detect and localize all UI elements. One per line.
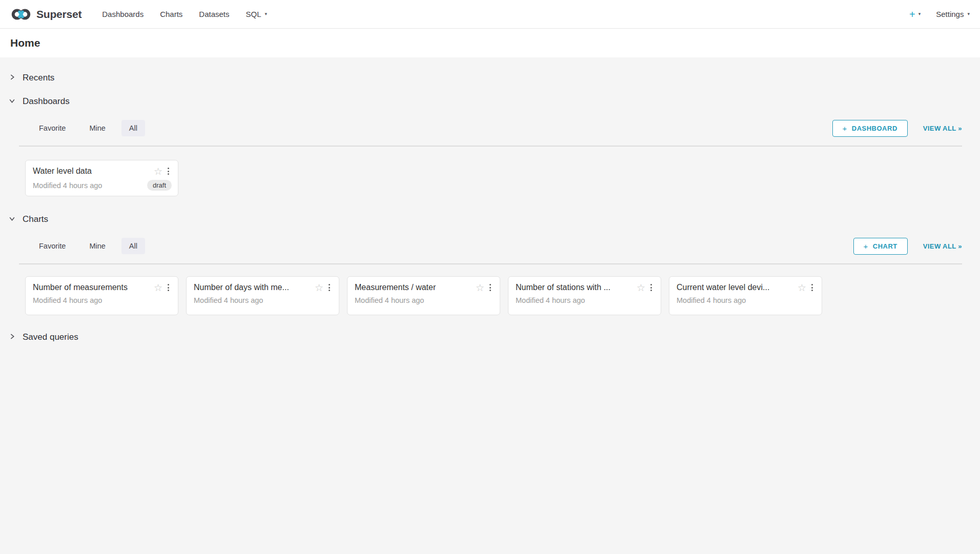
divider bbox=[19, 263, 962, 264]
tab-mine[interactable]: Mine bbox=[81, 238, 113, 254]
dashboard-card: Water level data ☆ Modified 4 hours ago … bbox=[25, 160, 178, 196]
chart-card: Number of measurements ☆ Modified 4 hour… bbox=[25, 276, 178, 315]
modified-timestamp: Modified 4 hours ago bbox=[33, 296, 102, 304]
nav-item-sql[interactable]: SQL ▾ bbox=[238, 0, 276, 28]
favorite-star-icon[interactable]: ☆ bbox=[154, 167, 162, 176]
section-header-dashboards[interactable]: Dashboards bbox=[9, 96, 70, 107]
new-chart-button[interactable]: + CHART bbox=[853, 238, 908, 255]
view-all-charts-link[interactable]: VIEW ALL » bbox=[923, 242, 962, 250]
nav-item-label: Datasets bbox=[199, 10, 229, 18]
tab-all[interactable]: All bbox=[121, 120, 145, 136]
modified-timestamp: Modified 4 hours ago bbox=[194, 296, 263, 304]
plus-icon: + bbox=[909, 9, 915, 19]
section-title: Charts bbox=[23, 214, 48, 224]
new-item-button[interactable]: + ▾ bbox=[904, 9, 926, 19]
caret-down-icon: ▾ bbox=[967, 12, 970, 16]
charts-tabs: Favorite Mine All bbox=[31, 238, 145, 254]
kebab-menu-icon[interactable] bbox=[648, 282, 655, 293]
section-title: Dashboards bbox=[23, 96, 70, 107]
superset-logo[interactable]: Superset bbox=[10, 8, 81, 21]
section-title: Saved queries bbox=[23, 332, 78, 342]
modified-timestamp: Modified 4 hours ago bbox=[33, 181, 102, 190]
caret-down-icon: ▾ bbox=[265, 12, 268, 16]
plus-icon: + bbox=[843, 125, 847, 132]
nav-item-label: SQL bbox=[246, 10, 261, 18]
chart-card: Number of days with me... ☆ Modified 4 h… bbox=[186, 276, 339, 315]
nav-item-label: Charts bbox=[160, 10, 182, 18]
settings-menu[interactable]: Settings ▾ bbox=[933, 10, 973, 18]
main-nav: Dashboards Charts Datasets SQL ▾ bbox=[94, 0, 275, 28]
plus-icon: + bbox=[864, 242, 868, 250]
kebab-menu-icon[interactable] bbox=[165, 282, 172, 293]
favorite-star-icon[interactable]: ☆ bbox=[798, 283, 806, 293]
dashboards-card-row: Water level data ☆ Modified 4 hours ago … bbox=[25, 160, 962, 196]
section-title: Recents bbox=[23, 73, 54, 83]
charts-card-row: Number of measurements ☆ Modified 4 hour… bbox=[25, 276, 962, 315]
chart-card-title[interactable]: Number of measurements bbox=[33, 283, 150, 292]
divider bbox=[19, 146, 962, 147]
caret-down-icon: ▾ bbox=[918, 12, 921, 16]
tab-favorite[interactable]: Favorite bbox=[31, 238, 73, 254]
chart-card-title[interactable]: Number of days with me... bbox=[194, 283, 311, 292]
dashboards-tabs: Favorite Mine All bbox=[31, 120, 145, 136]
favorite-star-icon[interactable]: ☆ bbox=[476, 283, 484, 293]
modified-timestamp: Modified 4 hours ago bbox=[677, 296, 746, 304]
new-dashboard-button[interactable]: + DASHBOARD bbox=[832, 120, 908, 137]
kebab-menu-icon[interactable] bbox=[165, 166, 172, 176]
new-dashboard-label: DASHBOARD bbox=[852, 125, 897, 132]
favorite-star-icon[interactable]: ☆ bbox=[154, 283, 162, 293]
section-header-recents[interactable]: Recents bbox=[9, 57, 54, 83]
page-header: Home bbox=[0, 29, 980, 57]
nav-item-datasets[interactable]: Datasets bbox=[191, 0, 237, 28]
kebab-menu-icon[interactable] bbox=[326, 282, 333, 293]
section-header-saved-queries[interactable]: Saved queries bbox=[9, 332, 78, 342]
chart-card-title[interactable]: Current water level devi... bbox=[677, 283, 793, 292]
section-header-charts[interactable]: Charts bbox=[9, 214, 48, 224]
chevron-right-icon bbox=[9, 73, 15, 83]
tab-all[interactable]: All bbox=[121, 238, 145, 254]
modified-timestamp: Modified 4 hours ago bbox=[516, 296, 585, 304]
nav-item-label: Dashboards bbox=[102, 10, 144, 18]
top-navbar: Superset Dashboards Charts Datasets SQL … bbox=[0, 0, 980, 29]
chevron-down-icon bbox=[9, 215, 15, 224]
infinity-logo-icon bbox=[10, 8, 32, 21]
tab-favorite[interactable]: Favorite bbox=[31, 120, 73, 136]
nav-item-dashboards[interactable]: Dashboards bbox=[94, 0, 152, 28]
page-title: Home bbox=[10, 37, 40, 49]
new-chart-label: CHART bbox=[873, 242, 897, 250]
charts-subheader: Favorite Mine All + CHART VIEW ALL » bbox=[9, 236, 962, 256]
favorite-star-icon[interactable]: ☆ bbox=[637, 283, 645, 293]
chevron-right-icon bbox=[9, 333, 15, 342]
charts-actions: + CHART VIEW ALL » bbox=[853, 238, 963, 255]
dashboards-subheader: Favorite Mine All + DASHBOARD VIEW ALL » bbox=[9, 118, 962, 138]
chart-card-title[interactable]: Number of stations with ... bbox=[516, 283, 632, 292]
nav-item-charts[interactable]: Charts bbox=[152, 0, 191, 28]
navbar-right: + ▾ Settings ▾ bbox=[904, 9, 973, 19]
view-all-dashboards-link[interactable]: VIEW ALL » bbox=[923, 125, 962, 132]
kebab-menu-icon[interactable] bbox=[487, 282, 494, 293]
home-content: Recents Dashboards Favorite Mine All + D… bbox=[0, 57, 980, 554]
modified-timestamp: Modified 4 hours ago bbox=[355, 296, 424, 304]
kebab-menu-icon[interactable] bbox=[809, 282, 815, 293]
chart-card: Current water level devi... ☆ Modified 4… bbox=[669, 276, 822, 315]
chart-card-title[interactable]: Measurements / water bbox=[355, 283, 472, 292]
chevron-down-icon bbox=[9, 97, 15, 106]
favorite-star-icon[interactable]: ☆ bbox=[315, 283, 323, 293]
chart-card: Number of stations with ... ☆ Modified 4… bbox=[508, 276, 661, 315]
settings-label: Settings bbox=[936, 10, 964, 18]
tab-mine[interactable]: Mine bbox=[81, 120, 113, 136]
chart-card: Measurements / water ☆ Modified 4 hours … bbox=[347, 276, 500, 315]
brand-name: Superset bbox=[36, 8, 81, 20]
dashboard-card-title[interactable]: Water level data bbox=[33, 167, 150, 176]
draft-status-badge: draft bbox=[147, 180, 172, 191]
dashboards-actions: + DASHBOARD VIEW ALL » bbox=[832, 120, 963, 137]
